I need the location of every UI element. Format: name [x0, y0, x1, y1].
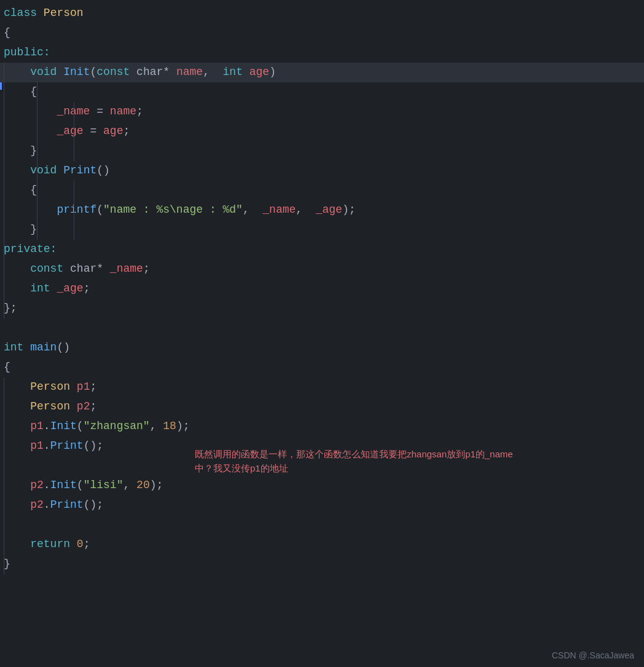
code-line-13: private: [0, 240, 644, 259]
code-line-29: } [0, 555, 644, 574]
code-line-21: Person p2; [0, 397, 644, 417]
code-line-9: void Print() [0, 161, 644, 181]
code-line-14: const char* _name; [0, 259, 644, 279]
code-line-18: int main() [0, 338, 644, 358]
code-line-19: { [0, 358, 644, 377]
code-line-22: p1.Init("zhangsan", 18); [0, 417, 644, 436]
code-line-2: { [0, 23, 644, 43]
annotation-line1: 既然调用的函数是一样，那这个函数怎么知道我要把zhangsan放到p1的_nam… [195, 449, 513, 459]
code-line-20: Person p1; [0, 377, 644, 397]
code-line-27 [0, 515, 644, 535]
code-line-10: { [0, 181, 644, 200]
code-line-17 [0, 318, 644, 338]
annotation-line2: 中？我又没传p1的地址 [195, 463, 288, 473]
code-line-6: _name = name; [0, 102, 644, 122]
code-line-1: class Person [0, 4, 644, 23]
code-line-28: return 0; [0, 535, 644, 555]
annotation-bubble: 既然调用的函数是一样，那这个函数怎么知道我要把zhangsan放到p1的_nam… [195, 448, 513, 475]
code-lines: class Person{public: void Init(const cha… [0, 4, 644, 574]
code-line-8: } [0, 141, 644, 161]
code-line-26: p2.Print(); [0, 495, 644, 515]
watermark: CSDN @.SacaJawea [552, 649, 634, 662]
code-line-16: }; [0, 299, 644, 318]
code-line-7: _age = age; [0, 122, 644, 141]
code-line-25: p2.Init("lisi", 20); [0, 476, 644, 495]
code-line-12: } [0, 220, 644, 240]
code-line-5: { [0, 82, 644, 102]
code-line-3: public: [0, 43, 644, 63]
code-line-11: printf("name : %s\nage : %d", _name, _ag… [0, 200, 644, 220]
code-editor: class Person{public: void Init(const cha… [0, 0, 644, 578]
code-line-15: int _age; [0, 279, 644, 299]
code-line-4: void Init(const char* name, int age) [0, 63, 644, 82]
